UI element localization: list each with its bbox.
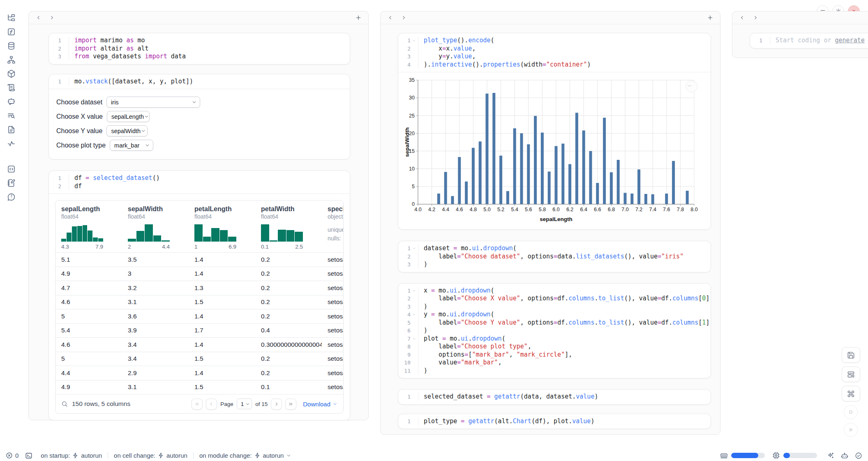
run-all-button[interactable] <box>844 423 858 437</box>
sidebar-code-snippet-button[interactable] <box>5 163 17 175</box>
column-scroll-left-button[interactable] <box>386 13 395 23</box>
sidebar-scratchpad-button[interactable] <box>5 177 17 189</box>
table-row: 53.61.40.2setosa <box>55 309 343 323</box>
line-number: 1 <box>49 37 61 45</box>
gutter: 2 <box>49 182 69 191</box>
chevron-down-icon <box>286 453 291 458</box>
line-number: 9 <box>398 351 411 359</box>
sidebar-dependency-graph-button[interactable] <box>5 53 17 66</box>
column-scroll-right-button[interactable] <box>750 13 760 23</box>
svg-text:7.0: 7.0 <box>621 207 628 212</box>
sidebar-script-button[interactable] <box>5 81 17 94</box>
chart-output: 4.04.24.44.64.85.05.25.45.65.86.06.26.46… <box>398 72 711 229</box>
page-label: Page <box>220 401 233 407</box>
sidebar-file-tree-button[interactable] <box>5 12 17 24</box>
layout-toggle-button[interactable] <box>842 366 860 382</box>
table-cell: 4.6 <box>55 341 122 348</box>
column-scroll-left-button[interactable] <box>34 13 44 23</box>
sidebar-log-search-button[interactable] <box>5 109 17 122</box>
dependency-graph-icon <box>7 55 16 64</box>
add-cell-button[interactable] <box>353 13 363 23</box>
control-row: Choose X valuesepalLength <box>56 111 342 122</box>
sidebar-help-button[interactable]: ? <box>5 191 17 203</box>
last-page-button[interactable] <box>285 399 296 410</box>
min-value: 1 <box>194 244 198 250</box>
control-row: Choose datasetiris <box>56 97 342 108</box>
column-2-header <box>381 12 720 24</box>
code-editor[interactable]: 1mo.vstack([dataset, x, y, plot]) <box>49 74 350 89</box>
error-indicator[interactable]: 0 <box>6 452 18 459</box>
plus-icon <box>355 14 362 21</box>
code-editor[interactable]: 1Start coding or generate with AI <box>750 33 868 48</box>
choose-dataset-select[interactable]: iris <box>106 97 200 108</box>
ai-sparkles-button[interactable] <box>827 452 834 459</box>
svg-text:4.8: 4.8 <box>470 207 477 212</box>
code-editor[interactable]: 1import marimo as mo2import altair as al… <box>49 33 350 64</box>
sidebar-document-button[interactable] <box>5 123 17 136</box>
document-icon <box>7 125 16 134</box>
chevron-down-icon <box>332 401 337 406</box>
table-column-header[interactable]: petalWidthfloat640.12.5 <box>255 205 322 250</box>
code-editor[interactable]: 1x = mo.ui.dropdown(2 label="Choose X va… <box>398 284 711 378</box>
svg-text:8.0: 8.0 <box>690 207 697 212</box>
choose-y-value-select[interactable]: sepalWidth <box>106 125 148 136</box>
altair-bar-chart[interactable]: 4.04.24.44.64.85.05.25.45.65.86.06.26.46… <box>398 74 711 228</box>
code-editor[interactable]: 1plot_type().encode(2 x=x.value,3 y=y.va… <box>398 33 711 72</box>
code-editor[interactable]: 1dataset = mo.ui.dropdown(2 label="Choos… <box>398 241 711 272</box>
sidebar-chatbot-button[interactable] <box>5 95 17 108</box>
code-editor[interactable]: 1plot_type = getattr(alt.Chart(df), plot… <box>398 414 711 429</box>
svg-text:6.0: 6.0 <box>552 207 559 212</box>
table-column-header[interactable]: speciesobjectunique:nulls: <box>322 205 343 250</box>
fold-slot <box>411 359 418 367</box>
copilot-button[interactable] <box>841 452 848 459</box>
add-cell-button[interactable] <box>705 13 715 23</box>
fold-marker[interactable] <box>411 335 418 343</box>
gutter: 2 <box>398 45 418 53</box>
on-module-change-setting[interactable]: on module change: autorun <box>199 452 291 459</box>
gutter: 4 <box>398 311 418 319</box>
connection-status-icon[interactable] <box>855 452 862 459</box>
table-cell: 5 <box>55 355 122 362</box>
on-cell-change-setting[interactable]: on cell change: autorun <box>114 452 187 459</box>
choose-x-value-select[interactable]: sepalLength <box>107 111 150 122</box>
stop-kernel-button[interactable] <box>844 405 858 419</box>
table-column-header[interactable]: sepalLengthfloat644.37.9 <box>55 205 122 250</box>
table-cell: 1.3 <box>189 284 255 292</box>
sidebar-activity-button[interactable] <box>5 137 17 150</box>
terminal-button[interactable] <box>25 452 32 459</box>
sidebar-package-button[interactable] <box>5 67 17 80</box>
column-scroll-right-button[interactable] <box>47 13 57 23</box>
code-line: ) <box>424 260 427 269</box>
line-number: 3 <box>398 53 411 61</box>
next-page-button[interactable] <box>271 399 282 410</box>
chart-menu-button[interactable] <box>686 81 697 92</box>
table-cell: 0.2 <box>255 355 322 362</box>
page-select[interactable]: 1 <box>237 399 252 409</box>
download-button[interactable]: Download <box>303 401 337 408</box>
on-startup-setting[interactable]: on startup: autorun <box>41 452 102 459</box>
table-column-header[interactable]: petalLengthfloat6416.9 <box>189 205 255 250</box>
column-scroll-left-button[interactable] <box>737 13 747 23</box>
selected-value: mark_bar <box>114 142 139 149</box>
table-row: 4.73.21.30.2setosa <box>55 281 343 295</box>
code-editor[interactable]: 1selected_dataset = getattr(data, datase… <box>398 390 711 404</box>
sidebar-function-square-button[interactable] <box>5 25 17 38</box>
choose-plot-type-select[interactable]: mark_bar <box>110 140 153 151</box>
fold-marker[interactable] <box>411 244 418 253</box>
code-editor[interactable]: 1df = selected_dataset()2df <box>49 171 350 194</box>
fold-marker[interactable] <box>411 311 418 319</box>
first-page-button[interactable] <box>192 399 203 410</box>
column-scroll-right-button[interactable] <box>399 13 409 23</box>
sidebar-database-button[interactable] <box>5 39 17 52</box>
table-column-header[interactable]: sepalWidthfloat6424.4 <box>122 205 189 250</box>
svg-text:5: 5 <box>412 184 415 189</box>
search-icon[interactable] <box>61 401 68 407</box>
keyboard-shortcuts-button[interactable] <box>842 386 860 401</box>
fold-marker[interactable] <box>411 287 418 295</box>
save-button[interactable] <box>842 347 860 363</box>
previous-page-button[interactable] <box>206 399 217 410</box>
script-icon <box>7 83 16 92</box>
max-value: 4.4 <box>162 244 170 250</box>
fold-marker[interactable] <box>411 37 418 45</box>
gutter: 11 <box>398 367 418 375</box>
